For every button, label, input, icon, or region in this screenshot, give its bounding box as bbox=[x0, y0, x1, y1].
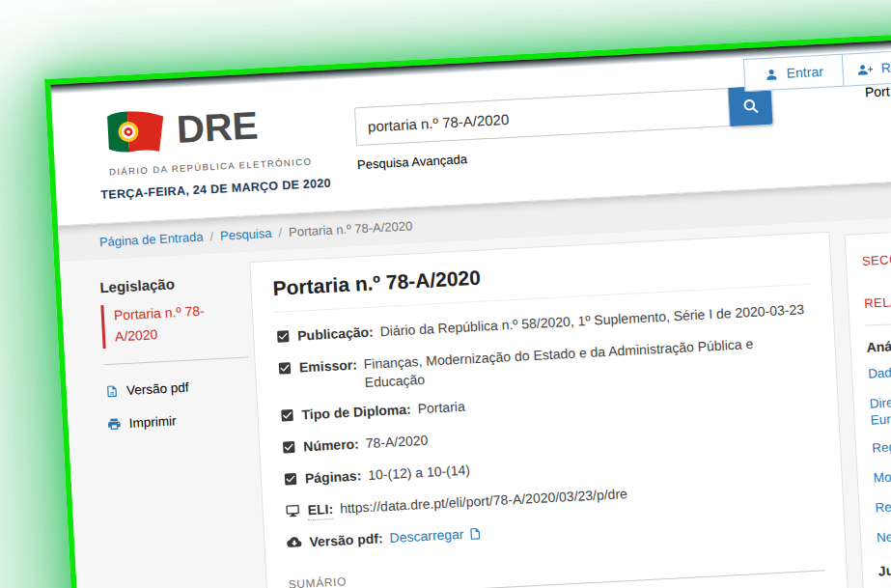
meta-value: Portaria bbox=[417, 398, 465, 419]
checkbox-icon bbox=[281, 439, 297, 461]
sidebar-item-active[interactable]: Portaria n.º 78-A/2020 bbox=[100, 299, 219, 350]
download-link[interactable]: Descarregar bbox=[389, 524, 483, 547]
related-item-link[interactable]: Retif bbox=[875, 489, 891, 517]
related-panel: SECÇÕ RELAC Análi Dado Direit Europ Regu… bbox=[845, 221, 891, 588]
current-date: TERÇA-FEIRA, 24 DE MARÇO DE 2020 bbox=[100, 177, 331, 202]
related-item-link[interactable]: Regu bbox=[872, 429, 891, 457]
meta-value: 78-A/2020 bbox=[365, 432, 429, 453]
meta-label: Versão pdf: bbox=[309, 529, 383, 551]
register-label: Reg bbox=[880, 59, 891, 75]
pdf-file-icon bbox=[468, 526, 483, 542]
page-title: Portaria n.º 78-A/2020 bbox=[272, 249, 810, 313]
meta-label: Emissor: bbox=[299, 355, 358, 377]
summary-section: SUMÁRIO Fixação do número de vagas dos q… bbox=[288, 549, 830, 588]
advanced-search-link[interactable]: Pesquisa Avançada bbox=[357, 152, 468, 172]
related-item-link[interactable]: Dado bbox=[868, 354, 891, 382]
print-link[interactable]: Imprimir bbox=[106, 410, 254, 433]
breadcrumb-separator: / bbox=[209, 229, 213, 243]
breadcrumb-search-link[interactable]: Pesquisa bbox=[220, 226, 272, 243]
pdf-version-label: Versão pdf bbox=[126, 380, 189, 398]
related-link[interactable]: RELAC bbox=[864, 285, 891, 311]
checkbox-icon bbox=[279, 407, 295, 429]
login-button[interactable]: Entrar bbox=[743, 54, 845, 92]
search-icon bbox=[740, 97, 760, 116]
search-box bbox=[354, 86, 773, 147]
summary-heading: SUMÁRIO bbox=[288, 549, 824, 588]
meta-label: ELI: bbox=[307, 500, 333, 520]
pdf-version-link[interactable]: Versão pdf bbox=[105, 378, 253, 400]
sections-link[interactable]: SECÇÕ bbox=[862, 242, 891, 268]
login-label: Entrar bbox=[786, 64, 823, 81]
checkbox-icon bbox=[275, 328, 292, 350]
download-label: Descarregar bbox=[389, 525, 464, 547]
person-icon bbox=[764, 67, 779, 82]
register-button[interactable]: Reg bbox=[842, 46, 891, 86]
portugal-flag-icon bbox=[104, 107, 168, 154]
cloud-download-icon bbox=[286, 535, 303, 555]
left-sidebar: Legislação Portaria n.º 78-A/2020 Versão… bbox=[99, 271, 255, 450]
sidebar-divider bbox=[104, 357, 249, 366]
meta-label: Número: bbox=[303, 434, 359, 456]
meta-value: 10-(12) a 10-(14) bbox=[368, 461, 471, 485]
sidebar-section-title: Legislação bbox=[99, 271, 247, 295]
search-button[interactable] bbox=[728, 86, 772, 126]
breadcrumb-separator: / bbox=[278, 225, 282, 239]
jurisprudence-heading: Juri bbox=[877, 552, 891, 579]
breadcrumb-current: Portaria n.º 78-A/2020 bbox=[289, 218, 413, 239]
checkbox-icon bbox=[277, 360, 293, 381]
site-logo[interactable]: DRE bbox=[104, 103, 260, 155]
meta-label: Tipo de Diploma: bbox=[301, 401, 411, 425]
meta-label: Páginas: bbox=[305, 466, 362, 488]
logo-title: DRE bbox=[176, 103, 260, 152]
auth-buttons: Entrar Reg bbox=[743, 46, 891, 92]
document-card: Portaria n.º 78-A/2020 Publicação: Diári… bbox=[249, 232, 861, 588]
search-input[interactable] bbox=[354, 88, 731, 146]
logo-subtitle: DIÁRIO DA REPÚBLICA ELETRÓNICO bbox=[109, 156, 313, 178]
related-item-line: Direit bbox=[869, 384, 891, 412]
print-label: Imprimir bbox=[128, 414, 176, 432]
person-plus-icon bbox=[856, 62, 874, 77]
analysis-heading: Análi bbox=[866, 328, 891, 355]
content-area: Legislação Portaria n.º 78-A/2020 Versão… bbox=[60, 203, 891, 588]
related-item-link[interactable]: Direit Europ bbox=[869, 384, 891, 429]
monitor-icon bbox=[284, 503, 301, 524]
meta-label: Publicação: bbox=[297, 323, 374, 346]
breadcrumb-home-link[interactable]: Página de Entrada bbox=[99, 230, 204, 250]
checkbox-icon bbox=[283, 471, 299, 492]
eli-url[interactable]: https://data.dre.pt/eli/port/78-A/2020/0… bbox=[340, 485, 628, 518]
printer-icon bbox=[106, 417, 122, 433]
related-item-link[interactable]: New bbox=[877, 518, 891, 546]
portal-link[interactable]: Port bbox=[864, 83, 889, 99]
site-page: Entrar Reg Port DRE DIÁRIO DA REPÚBLICA … bbox=[44, 19, 891, 588]
related-item-link[interactable]: Mod bbox=[873, 459, 891, 487]
related-divider bbox=[866, 314, 891, 326]
pdf-file-icon bbox=[105, 384, 120, 400]
